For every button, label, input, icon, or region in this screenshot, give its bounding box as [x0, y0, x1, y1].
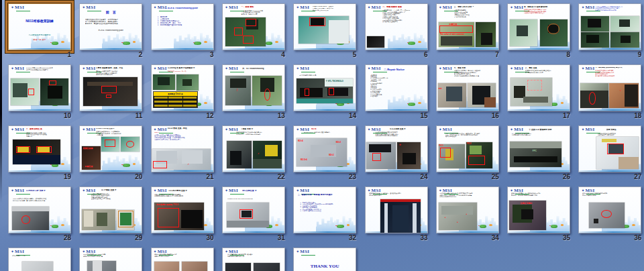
slide-number: 17	[507, 112, 570, 119]
slide-art-decoration	[316, 214, 356, 231]
slide-photo	[254, 263, 280, 271]
slide-thumbnail-20[interactable]: ✦MSI更換位置圖←如圖位置5.USB/LOWER板 更換 ※更換時注意連接線卡…	[79, 125, 142, 172]
slide-thumbnail-27[interactable]: ✦MSI排線 安裝法LCD線材安裝後須以膠帶固定並確認走線不可壓到螺絲柱	[578, 125, 641, 172]
slide-text-block: 電池座Pin腳易因插拔不當造成歪斜如Pin腳歪斜(如圖)請小心調整復位確認各腳位…	[96, 70, 140, 75]
slide-thumbnail-38[interactable]: ✦MSILower端螺絲鎖附LCD Hinge處(如圖)鎖附時請扶住面板不可單手…	[79, 248, 142, 271]
slide-text-line: 如無法扣入請勿強壓，需重新對位(紅圈處為卡勾位置)	[13, 200, 68, 201]
photo-annotation-fill	[12, 207, 49, 212]
slide-number: 18	[578, 112, 641, 119]
slide-thumbnail-4[interactable]: ✦MSI一、維修 重點→ 主機板各重點 Checkpoint 說明→ 檢測時注意…	[222, 3, 285, 50]
slide-thumbnail-14[interactable]: ✦MSIY STL TECHNOLO1.∮八芯線確認(如圖紅框處)	[293, 64, 356, 111]
msi-logo-text: MSI	[158, 66, 167, 71]
art-skyline-front	[36, 35, 70, 48]
slide-thumbnail-23[interactable]: ✦MSIM2×4M2×2M2.5×6M2×2NOTEB.Lower Cover（…	[293, 125, 356, 172]
slide-text-line: 避免再次受力鬆脫造成面板破裂	[595, 75, 639, 76]
slide-thumbnail-29[interactable]: ✦MSI12.TP模組 更換 ※TP模組以雙面膠固定於C件上更換時以熱風槍低溫軟…	[79, 186, 142, 233]
slide-thumbnail-37[interactable]: ✦MSI組裝完成圖如下(正面)：	[8, 248, 71, 271]
slide-thumbnail-33[interactable]: ✦MSI更換面板時請注意上下邊框卡勾，避免斷裂造成漏光組裝後請確認無漏光	[365, 186, 428, 233]
photo-annotation-fill	[523, 97, 549, 103]
photo-annotation-txt: PIC2	[467, 143, 472, 145]
msi-logo-text: MSI	[300, 250, 309, 254]
slide-thumbnail-25[interactable]: ✦MSIPIC1PIC2PIC1：先拆除固定螺絲(紅框處)←再取出模組，不可硬拉…	[436, 125, 499, 172]
slide-thumbnail-30[interactable]: ✦MSI勿用金屬工具撬取 TY2.013.CMOS電池 更換 ※更換CMOS電池…	[151, 186, 214, 233]
msi-logo-tagline-bar	[16, 72, 30, 73]
slide-text-line: 取出模組，安裝時對準防呆缺口再壓下固定	[511, 195, 568, 196]
slide-thumbnail-16[interactable]: ✦MSI✚✚七、面板 拆裝拆機時請先移除電池，再依序拆下底蓋螺絲使用塑膠撬棒由缺…	[436, 64, 499, 111]
slide-text-block: 3.電池 座接腳 檢測 - 更換．方法	[96, 67, 140, 69]
art-red-dot-icon	[407, 103, 409, 105]
slide-text-line: 十.更換 LCD 螢幕線材 說明	[529, 129, 568, 131]
slide-text-line: 三、清除 CMOS 設定 ＊	[454, 6, 497, 8]
msi-logo-text: MSI	[300, 5, 309, 10]
slide-text-line: 九、轉軸 蓋板 損壞螺絲銅柱 處理方式	[595, 67, 639, 69]
art-wave-band	[223, 48, 284, 50]
msi-logo-star-icon: ✦	[368, 188, 371, 193]
slide-text-line: 先鬆開後再垂直取出(如圖FPC)	[512, 134, 568, 136]
msi-logo-star-icon: ✦	[368, 127, 371, 131]
slide-thumbnail-31[interactable]: ✦MSIMIC安裝位置 ※Location for the STYLUS MIC…	[222, 186, 285, 233]
slide-text-block: 排線 安裝法	[606, 129, 640, 131]
slide-thumbnail-8[interactable]: ✦MSI四、南橋 晶片之檢測 重點說明檢測時注意晶片表面(如圖ED1~ED2)若…	[507, 3, 570, 50]
slide-thumbnail-17[interactable]: ✦MSI八、喇叭 更換更換喇叭時請注意線材走線(如圖虛線框處)避免壓傷線材造成雜…	[507, 64, 570, 111]
slide-number: 8	[507, 51, 570, 58]
slide-text-line: 維修一課 製作	[13, 39, 67, 41]
slide-thumbnail-28[interactable]: ✦MSI11.HINGE CAP 安裝 ※Hinge cap安裝須先對位卡勾再壓…	[8, 186, 71, 233]
slide-photo	[610, 16, 639, 32]
msi-logo: ✦MSI	[11, 66, 24, 73]
slide-text-block: 一、維修 重點	[241, 6, 282, 8]
slide-thumbnail-7[interactable]: ✦MSI如圖位置The color of wire connect三、清除 CM…	[436, 3, 499, 50]
msi-logo-text: MSI	[229, 5, 238, 10]
slide-text-block: N011维修教育訓練	[13, 19, 67, 23]
photo-annotation-txt: FPC	[533, 150, 537, 152]
slide-thumbnail-39[interactable]: ✦MSI維修完成後請將機台靜置測試30分鐘燒機無異常即可包裝出貨	[151, 248, 214, 271]
slide-thumbnail-24[interactable]: ✦MSI※6.LCD排線 更換 ※先拆除轉軸蓋板後鬆開排線固定膠帶更換時注意排線…	[365, 125, 428, 172]
slide-number: 13	[222, 112, 285, 119]
photo-annotation-box	[243, 36, 254, 44]
art-orange-dot-icon	[561, 102, 564, 104]
art-orange-dot-icon	[204, 41, 207, 43]
slide-text-line: 12.TP模組 更換 ※	[101, 189, 141, 191]
slide-thumbnail-2[interactable]: ✦MSI前 言為配合維修作業及品質提升，本課特別編訂此一系列裝配及拆解之教材，提…	[79, 3, 142, 50]
slide-number: 2	[79, 51, 142, 58]
msi-logo-tagline-bar	[230, 72, 244, 73]
slide-photo	[540, 19, 568, 46]
slide-thumbnail-15[interactable]: ✦MSI二.Repair Notice1.靜電防護2.電池拆裝3.記憶體與Min…	[365, 64, 428, 111]
art-skyline-back	[102, 154, 139, 170]
photo-annotation-fill	[594, 219, 598, 223]
slide-thumbnail-6[interactable]: ✦MSI二、開機 無畫面 檢修1.確認電源燈號，亮→待測；不亮→查DC/IN2.…	[365, 3, 428, 50]
slide-thumbnail-18[interactable]: ✦MSI↘九、轉軸 蓋板 損壞螺絲銅柱 處理方式轉軸銅柱若鬆脫請先清除殘膠以AB…	[578, 64, 641, 111]
slide-thumbnail-11[interactable]: ✦MSI3.電池 座接腳 檢測 - 更換．方法電池座Pin腳易因插拔不當造成歪斜…	[79, 64, 142, 111]
slide-thumbnail-13[interactable]: ✦MSIʃ六、I/O Troubleshooting	[222, 64, 285, 111]
slide-photo: ✚✚	[438, 83, 466, 107]
slide-thumbnail-34[interactable]: ✦MSI●●●1.拆裝時注意圖中螺絲規格(共Ｘ顆)不同長度不可混用 鎖附順序依1…	[436, 186, 499, 233]
slide-thumbnail-21[interactable]: ✦MSI→↗6.LCD 面板 更換－前段STEP 11.拆除LCD前框(→如圖紅…	[151, 125, 214, 172]
art-wave-band	[152, 109, 213, 111]
slide-text-block: 三、維修不良率．回復差 事例列出檢討	[298, 194, 355, 196]
slide-thumbnail-5[interactable]: ✦MSI拆機前先將電池移除，並確認主機板上之保護貼片是否完整避免靜電造成零件損壞	[293, 3, 356, 50]
msi-logo: ✦MSI	[510, 66, 523, 73]
art-green-hill-icon	[123, 164, 130, 166]
slide-thumbnail-32[interactable]: ✦MSI三、維修不良率．回復差 事例列出檢討1、風扇異音回修率偏高2、Hinge…	[293, 186, 356, 233]
slide-text-line: 風扇轉速表 Checking（如下表）	[168, 70, 212, 72]
slide-thumbnail-22[interactable]: ✦MSI✗7.面板 拆裝 ※面板背面貼附之鋁箔請保持完整(如圖※處)以免EMI異…	[222, 125, 285, 172]
msi-logo-text: MSI	[15, 188, 24, 193]
slide-thumbnail-41[interactable]: ✦MSITHANK YOU	[293, 248, 356, 271]
slide-thumbnail-19[interactable]: ✦MSI十、鍵盤 損壞更 換鍵盤排線座為掀蓋式(如圖黃色處)更換時請垂直拔插避免…	[8, 125, 71, 172]
msi-logo: ✦MSI	[439, 5, 452, 12]
slide-thumbnail-10[interactable]: ✦MSI2.Memory插槽(CON1)與CON2(CON3)檢測 本次不良多為…	[8, 64, 71, 111]
slide-thumbnail-26[interactable]: ✦MSIFPC十.更換 LCD 螢幕線材 說明拆下LCD線材時請注意兩側卡勾先鬆…	[507, 125, 570, 172]
slide-number: 23	[293, 173, 356, 180]
msi-logo-star-icon: ✦	[296, 66, 299, 70]
slide-text-line: 避免壓傷線材造成雜音或無聲	[525, 72, 568, 73]
slide-photo: ✗	[253, 141, 282, 168]
slide-thumbnail-1[interactable]: ✦MSIN011维修教育訓練TCD維修課教育訓練教材維修一課 製作	[8, 3, 71, 50]
slide-thumbnail-35[interactable]: ✦MSI注意紅字標示更換前請先移除電池，拆下固定螺絲後以45度角取出模組，安裝時…	[507, 186, 570, 233]
slide-text-line: 四、南橋 晶片之檢測 重點說明	[524, 6, 568, 8]
slide-thumbnail-3[interactable]: ✦MSI— ECN & Troubleshooting guide1、風扇清潔2…	[151, 3, 214, 50]
slide-thumbnail-40[interactable]: ✦MSI以上各章節維修重點請各位同仁確實遵守如有疑問請洽課內技術人員	[222, 248, 285, 271]
photo-annotation-txt: ●	[457, 221, 458, 223]
slide-thumbnail-12[interactable]: ✦MSI↑↑風扇轉速 Check 表5.Cooling 宣 風扇 之良率確認 ※…	[151, 64, 214, 111]
slide-thumbnail-36[interactable]: ✦MSI組裝完成後請依出貨檢驗表確認各部功能外觀無刮傷即完成維修	[578, 186, 641, 233]
slide-thumbnail-9[interactable]: ✦MSI1.先以LCR測量各Power端對地阻值是否正常2.依序檢查北橋/南橋/…	[578, 3, 641, 50]
art-wave-band	[9, 231, 70, 233]
